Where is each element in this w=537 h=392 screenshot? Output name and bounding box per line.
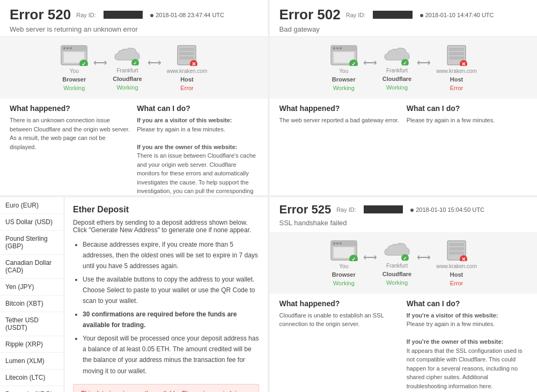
diagram-browser-name-520: Browser: [62, 76, 86, 83]
sidebar-item-cad[interactable]: Canadian Dollar (CAD): [0, 255, 64, 279]
what-can-text-502: Please try again in a few minutes.: [407, 116, 527, 125]
server-icon-520: ✕: [175, 45, 198, 66]
currency-sidebar: Euro (EUR) US Dollar (USD) Pound Sterlin…: [0, 197, 64, 393]
sidebar-item-gbp[interactable]: Pound Sterling (GBP): [0, 231, 64, 255]
arrow-2-502: ⟷: [417, 57, 431, 69]
browser-icon-520: ✓: [60, 45, 88, 66]
svg-rect-11: [179, 48, 194, 51]
svg-text:✓: ✓: [351, 256, 356, 261]
error-525-subtitle: SSL handshake failed: [279, 219, 528, 227]
diagram-frankfurt-label-525: Frankfurt: [386, 263, 408, 269]
diagram-502: ✓ You Browser Working ⟷ ✓ Frankfurt Clou…: [270, 37, 538, 99]
svg-point-35: [336, 242, 339, 245]
svg-rect-27: [449, 48, 464, 51]
diagram-you-label-525: You: [339, 263, 348, 269]
owner-heading-520: If you are the owner of this website:: [137, 144, 237, 150]
svg-text:✕: ✕: [192, 61, 196, 66]
svg-text:✕: ✕: [461, 256, 466, 261]
ray-label-525: Ray ID:: [336, 206, 356, 213]
svg-rect-13: [179, 56, 194, 60]
deposit-list: Because addresses expire, if you create …: [73, 239, 259, 377]
error-520-title: Error 520: [10, 6, 71, 23]
svg-rect-28: [449, 52, 464, 55]
deposit-bullet-4: Your deposit will be processed once your…: [83, 333, 259, 377]
svg-point-3: [67, 47, 69, 49]
diagram-host-url-520: www.kraken.com: [167, 68, 208, 74]
timestamp-525: 2018-01-10 15:04:50 UTC: [410, 206, 484, 213]
svg-text:✓: ✓: [351, 61, 356, 66]
deposit-bullet-3: 30 confirmations are required before the…: [83, 309, 259, 331]
sidebar-item-xlm[interactable]: Lumen (XLM): [0, 353, 64, 369]
what-happened-text-525: Cloudflare is unable to establish an SSL…: [279, 311, 400, 329]
what-happened-heading-502: What happened?: [279, 104, 400, 113]
error-525-header: Error 525 Ray ID: 2018-01-10 15:04:50 UT…: [270, 197, 538, 232]
ray-label-502: Ray ID:: [346, 12, 366, 18]
svg-point-34: [333, 242, 335, 245]
visitor-text-520: Please try again in a few minutes.: [137, 126, 225, 132]
diagram-525: ✓ You Browser Working ⟷ ✓ Frankfurt Clou…: [270, 232, 538, 294]
visitor-heading-525: If you're a visitor of this website:: [407, 312, 498, 319]
svg-text:✓: ✓: [133, 61, 137, 65]
sidebar-item-eur[interactable]: Euro (EUR): [0, 197, 64, 214]
what-happened-heading-520: What happened?: [10, 104, 130, 113]
diagram-host-name-525: Host: [450, 271, 463, 278]
ray-id-502: [373, 11, 412, 19]
diagram-browser-525: ✓ You Browser Working: [330, 240, 358, 286]
diagram-520: ✓ You Browser Working ⟷ ✓ Frankfurt Clou…: [0, 37, 268, 99]
server-icon-525: ✕: [445, 240, 468, 261]
deposit-bullet-2: Use the available buttons to copy the ad…: [83, 274, 259, 307]
diagram-cloudflare-status-525: Working: [386, 279, 408, 286]
svg-text:✓: ✓: [82, 61, 86, 66]
ray-id-525: [364, 205, 403, 213]
visitor-text-525: Please try again in a few minutes.: [407, 321, 495, 327]
sidebar-item-xrp[interactable]: Ripple (XRP): [0, 336, 64, 353]
arrow-2-525: ⟷: [417, 252, 431, 263]
info-section-525: What happened? Cloudflare is unable to e…: [270, 294, 538, 393]
what-happened-text-502: The web server reported a bad gateway er…: [279, 116, 400, 125]
visitor-info-520: If you are a visitor of this website: Pl…: [137, 116, 258, 195]
diagram-frankfurt-label-502: Frankfurt: [386, 68, 408, 73]
info-section-520: What happened? There is an unknown conne…: [0, 99, 268, 195]
error-525-title: Error 525: [279, 203, 332, 217]
sidebar-item-usd[interactable]: US Dollar (USD): [0, 214, 64, 231]
diagram-host-name-502: Host: [450, 76, 463, 83]
sidebar-item-jpy[interactable]: Yen (JPY): [0, 279, 64, 295]
cloud-icon-502: ✓: [382, 45, 411, 65]
diagram-host-520: ✕ www.kraken.com Host Error: [167, 45, 208, 91]
what-can-heading-520: What can I do?: [137, 104, 258, 113]
cloud-icon-520: ✓: [113, 45, 142, 65]
sidebar-item-xdg[interactable]: Dogecoin (XDG): [0, 386, 64, 393]
arrow-1-520: ⟷: [93, 57, 107, 69]
sidebar-item-xbt[interactable]: Bitcoin (XBT): [0, 295, 64, 312]
svg-rect-43: [449, 243, 464, 246]
svg-point-36: [340, 242, 342, 245]
what-can-heading-525: What can I do?: [407, 299, 527, 308]
what-happened-text-520: There is an unknown connection issue bet…: [10, 116, 130, 151]
ray-id-520: [104, 11, 143, 19]
diagram-host-502: ✕ www.kraken.com Host Error: [436, 45, 477, 91]
sidebar-item-ltc[interactable]: Litecoin (LTC): [0, 369, 64, 386]
deposit-alert: This data is not currently available. Pl…: [73, 384, 259, 392]
diagram-you-label-520: You: [70, 68, 79, 74]
what-happened-502: What happened? The web server reported a…: [279, 104, 407, 190]
browser-icon-502: ✓: [330, 45, 358, 66]
error-502-subtitle: Bad gateway: [279, 25, 528, 33]
svg-point-20: [340, 47, 342, 49]
diagram-browser-name-502: Browser: [332, 76, 356, 83]
svg-point-18: [333, 47, 335, 49]
diagram-host-status-502: Error: [450, 85, 463, 91]
deposit-intro: Deposit ethers by sending to a deposit a…: [73, 219, 259, 234]
arrow-2-520: ⟷: [148, 57, 161, 69]
owner-heading-525: If you're the owner of this website:: [407, 338, 503, 345]
diagram-frankfurt-label-520: Frankfurt: [116, 68, 138, 73]
ray-label-520: Ray ID:: [76, 12, 96, 18]
diagram-browser-status-520: Working: [63, 85, 85, 91]
sidebar-item-usdt[interactable]: Tether USD (USDT): [0, 312, 64, 336]
deposit-bullet-1: Because addresses expire, if you create …: [83, 239, 259, 272]
diagram-you-label-502: You: [339, 68, 348, 74]
what-can-heading-502: What can I do?: [407, 104, 527, 113]
panel-deposit: Euro (EUR) US Dollar (USD) Pound Sterlin…: [0, 197, 268, 393]
server-icon-502: ✕: [445, 45, 468, 66]
diagram-browser-520: ✓ You Browser Working: [60, 45, 88, 91]
diagram-host-525: ✕ www.kraken.com Host Error: [436, 240, 477, 286]
